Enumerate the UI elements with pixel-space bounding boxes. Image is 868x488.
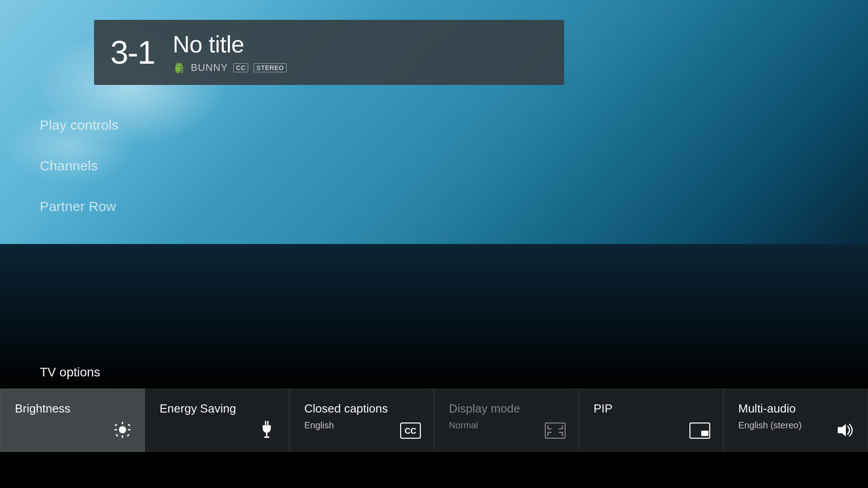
svg-point-0 xyxy=(119,426,126,433)
brightness-title: Brightness xyxy=(15,402,130,416)
svg-rect-1 xyxy=(122,422,123,424)
sidebar-item-play-controls[interactable]: Play controls xyxy=(40,117,118,133)
tv-options-section: TV options Brightness xyxy=(0,365,868,452)
option-multi-audio[interactable]: Multi-audio English (stereo) xyxy=(723,389,868,452)
plug-icon xyxy=(257,420,276,441)
svg-rect-5 xyxy=(114,424,117,427)
svg-rect-2 xyxy=(122,435,123,438)
option-brightness[interactable]: Brightness xyxy=(0,389,145,452)
cc-icon: CC xyxy=(400,422,421,441)
pip-title: PIP xyxy=(594,402,708,416)
svg-marker-18 xyxy=(838,424,846,436)
svg-rect-7 xyxy=(115,434,118,436)
option-pip[interactable]: PIP xyxy=(579,389,723,452)
channel-number: 3-1 xyxy=(110,34,155,71)
display-mode-icon xyxy=(545,422,566,441)
channel-meta: BUNNY CC STEREO xyxy=(173,61,287,74)
android-icon xyxy=(173,61,185,74)
multi-audio-title: Multi-audio xyxy=(738,402,853,416)
audio-icon xyxy=(836,422,855,441)
svg-text:CC: CC xyxy=(405,427,416,436)
sidebar: Play controls Channels Partner Row xyxy=(40,117,118,214)
channel-card: 3-1 No title BUNNY CC STEREO xyxy=(94,20,564,85)
stereo-badge: STEREO xyxy=(254,63,287,72)
energy-saving-title: Energy Saving xyxy=(160,402,274,416)
tv-options-title: TV options xyxy=(40,365,868,380)
sidebar-item-partner-row[interactable]: Partner Row xyxy=(40,199,118,214)
svg-rect-12 xyxy=(264,436,269,438)
svg-rect-17 xyxy=(701,431,708,436)
svg-rect-4 xyxy=(128,429,131,431)
option-closed-captions[interactable]: Closed captions English CC xyxy=(289,389,434,452)
channel-source-name: BUNNY xyxy=(191,62,228,74)
svg-rect-6 xyxy=(127,424,130,427)
svg-rect-10 xyxy=(267,421,269,425)
svg-rect-8 xyxy=(127,434,129,436)
display-mode-title: Display mode xyxy=(449,402,564,416)
option-energy-saving[interactable]: Energy Saving xyxy=(145,389,289,452)
option-display-mode[interactable]: Display mode Normal xyxy=(434,389,579,452)
svg-rect-11 xyxy=(266,432,268,437)
channel-title: No title xyxy=(173,31,287,58)
options-row: Brightness Energy Saving xyxy=(0,389,868,452)
svg-rect-9 xyxy=(265,421,266,425)
closed-captions-title: Closed captions xyxy=(304,402,419,416)
brightness-icon xyxy=(113,421,132,441)
cc-badge: CC xyxy=(233,63,248,72)
channel-info: No title BUNNY CC STEREO xyxy=(173,31,287,74)
sidebar-item-channels[interactable]: Channels xyxy=(40,158,118,174)
svg-rect-3 xyxy=(114,429,117,431)
pip-icon xyxy=(689,422,710,441)
